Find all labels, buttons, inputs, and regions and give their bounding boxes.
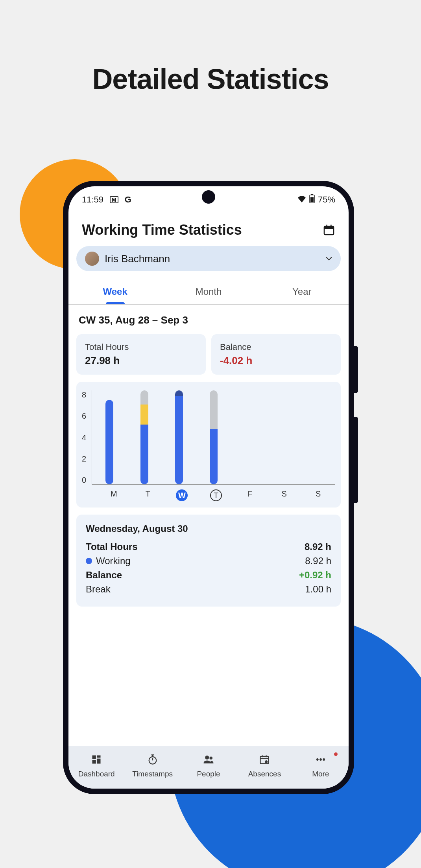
avatar bbox=[85, 252, 99, 266]
period-tabs: Week Month Year bbox=[68, 279, 349, 305]
battery-percent: 75% bbox=[318, 195, 335, 205]
total-hours-value: 27.98 h bbox=[85, 355, 197, 367]
screen-title: Working Time Statistics bbox=[82, 222, 242, 238]
svg-rect-5 bbox=[326, 225, 327, 228]
total-hours-card[interactable]: Total Hours 27.98 h bbox=[76, 334, 206, 375]
svg-rect-2 bbox=[310, 197, 314, 202]
app-header: Working Time Statistics bbox=[68, 210, 349, 246]
balance-card[interactable]: Balance -4.02 h bbox=[211, 334, 341, 375]
phone-screen: 11:59 M G 75% Working Time Statistics bbox=[68, 186, 349, 789]
chart-x-label[interactable]: T bbox=[131, 489, 165, 501]
chart-bar[interactable] bbox=[162, 390, 196, 484]
nav-timestamps[interactable]: Timestamps bbox=[124, 753, 180, 778]
chart-x-label[interactable]: S bbox=[267, 489, 301, 501]
detail-total-row: Total Hours 8.92 h bbox=[86, 541, 331, 552]
gmail-icon: M bbox=[110, 196, 118, 203]
week-chart[interactable]: 8 6 4 2 0 MTWTFSS bbox=[76, 382, 341, 508]
people-icon bbox=[202, 753, 215, 766]
chart-x-label[interactable]: W bbox=[165, 489, 199, 501]
svg-point-27 bbox=[323, 758, 325, 761]
chevron-down-icon bbox=[326, 255, 332, 262]
chart-bar[interactable] bbox=[301, 390, 335, 484]
calendar-icon[interactable] bbox=[323, 224, 335, 236]
nav-absences[interactable]: Absences bbox=[236, 753, 292, 778]
google-icon: G bbox=[125, 195, 131, 205]
wifi-icon bbox=[297, 195, 306, 205]
svg-rect-9 bbox=[97, 759, 100, 764]
chart-x-label[interactable]: F bbox=[233, 489, 267, 501]
tab-month[interactable]: Month bbox=[162, 279, 255, 304]
chart-y-axis: 8 6 4 2 0 bbox=[82, 390, 92, 485]
svg-rect-7 bbox=[92, 756, 96, 759]
chart-x-label[interactable]: S bbox=[301, 489, 335, 501]
phone-camera-notch bbox=[202, 190, 215, 204]
phone-side-button bbox=[354, 346, 358, 393]
svg-point-25 bbox=[316, 758, 319, 761]
svg-rect-6 bbox=[331, 225, 332, 228]
total-hours-label: Total Hours bbox=[85, 342, 197, 352]
detail-working-row: Working 8.92 h bbox=[86, 555, 331, 566]
notification-dot-icon bbox=[334, 752, 338, 756]
dashboard-icon bbox=[90, 753, 103, 766]
svg-point-16 bbox=[210, 757, 213, 760]
nav-dashboard[interactable]: Dashboard bbox=[68, 753, 124, 778]
chart-bars bbox=[92, 390, 335, 485]
period-label: CW 35, Aug 28 – Sep 3 bbox=[76, 314, 341, 334]
day-detail-card: Wednesday, August 30 Total Hours 8.92 h … bbox=[76, 515, 341, 607]
day-detail-title: Wednesday, August 30 bbox=[86, 523, 331, 534]
chart-x-label[interactable]: T bbox=[199, 489, 233, 501]
user-name: Iris Bachmann bbox=[105, 253, 320, 265]
chart-bar[interactable] bbox=[231, 390, 266, 484]
svg-rect-10 bbox=[92, 760, 96, 763]
absences-icon bbox=[258, 753, 271, 766]
detail-break-row: Break 1.00 h bbox=[86, 584, 331, 595]
svg-point-26 bbox=[319, 758, 322, 761]
tab-year[interactable]: Year bbox=[255, 279, 349, 304]
content-area: CW 35, Aug 28 – Sep 3 Total Hours 27.98 … bbox=[68, 305, 349, 746]
chart-bar[interactable] bbox=[266, 390, 300, 484]
chart-x-label[interactable]: M bbox=[97, 489, 131, 501]
user-selector[interactable]: Iris Bachmann bbox=[76, 246, 341, 271]
chart-bar[interactable] bbox=[92, 390, 127, 484]
battery-icon bbox=[309, 194, 315, 205]
more-icon bbox=[314, 753, 327, 766]
phone-side-button bbox=[354, 417, 358, 503]
nav-more[interactable]: More bbox=[293, 753, 349, 778]
page-title: Detailed Statistics bbox=[0, 63, 421, 95]
balance-label: Balance bbox=[220, 342, 332, 352]
svg-rect-4 bbox=[324, 226, 334, 229]
stopwatch-icon bbox=[146, 753, 159, 766]
svg-point-15 bbox=[205, 756, 209, 760]
balance-value: -4.02 h bbox=[220, 355, 332, 367]
chart-bar[interactable] bbox=[127, 390, 161, 484]
svg-rect-8 bbox=[97, 756, 100, 758]
nav-people[interactable]: People bbox=[181, 753, 236, 778]
phone-frame: 11:59 M G 75% Working Time Statistics bbox=[63, 181, 354, 794]
chart-x-axis: MTWTFSS bbox=[97, 489, 335, 501]
tab-week[interactable]: Week bbox=[68, 279, 162, 304]
status-time: 11:59 bbox=[82, 195, 103, 205]
bottom-nav: Dashboard Timestamps People Absences bbox=[68, 746, 349, 789]
detail-balance-row: Balance +0.92 h bbox=[86, 570, 331, 581]
chart-bar[interactable] bbox=[196, 390, 231, 484]
